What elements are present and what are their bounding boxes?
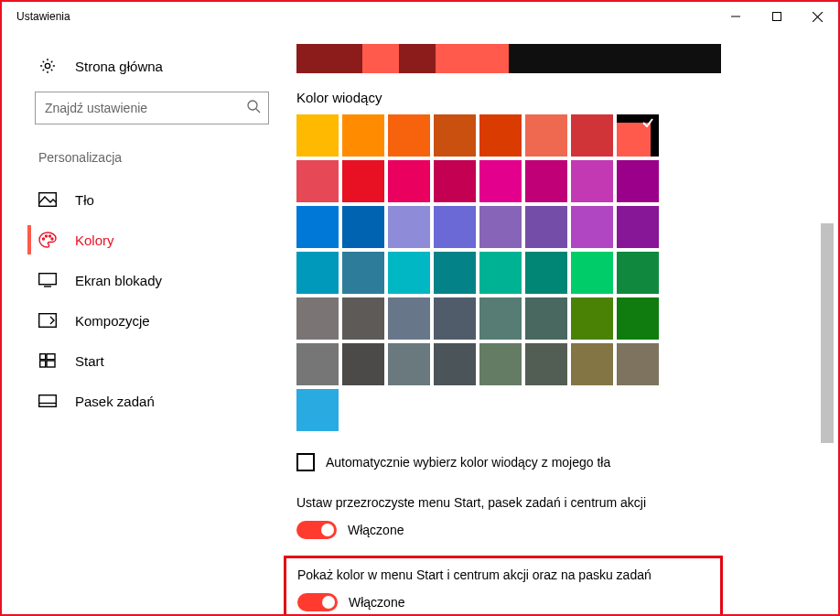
color-swatch[interactable]: [434, 297, 476, 340]
sidebar-item-start[interactable]: Start: [2, 340, 295, 381]
svg-rect-16: [47, 354, 55, 360]
color-swatch[interactable]: [525, 343, 567, 385]
sidebar-item-colors[interactable]: Kolory: [2, 220, 295, 260]
color-swatch[interactable]: [388, 206, 430, 248]
color-swatch[interactable]: [617, 343, 659, 385]
transparency-state: Włączone: [348, 523, 404, 537]
color-swatch[interactable]: [525, 114, 567, 157]
sidebar-item-label: Kompozycje: [75, 313, 150, 329]
scrollbar[interactable]: [820, 68, 836, 609]
color-swatch[interactable]: [525, 297, 567, 340]
sidebar-item-label: Start: [75, 353, 104, 369]
show-color-label: Pokaż kolor w menu Start i centrum akcji…: [297, 567, 709, 582]
themes-icon: [38, 313, 57, 328]
content: Kolor wiodący Automatycznie wybierz kolo…: [295, 31, 838, 614]
preview-segment: [509, 44, 721, 73]
color-swatch[interactable]: [479, 160, 522, 202]
checkbox-icon[interactable]: [296, 453, 315, 471]
color-swatch[interactable]: [571, 297, 613, 340]
color-swatch[interactable]: [525, 160, 567, 202]
transparency-toggle[interactable]: [296, 521, 337, 539]
auto-pick-row[interactable]: Automatycznie wybierz kolor wiodący z mo…: [296, 453, 802, 471]
color-swatch[interactable]: [388, 114, 430, 157]
color-swatch[interactable]: [388, 343, 430, 385]
color-swatch[interactable]: [296, 206, 339, 248]
color-swatch[interactable]: [479, 343, 522, 385]
home-link[interactable]: Strona główna: [2, 57, 295, 92]
svg-line-6: [256, 109, 260, 113]
transparency-label: Ustaw przezroczyste menu Start, pasek za…: [296, 495, 802, 510]
color-swatch[interactable]: [479, 206, 522, 248]
color-swatch[interactable]: [525, 206, 567, 248]
search-box[interactable]: [35, 92, 269, 124]
color-swatch[interactable]: [617, 206, 659, 248]
sidebar-item-lockscreen[interactable]: Ekran blokady: [2, 260, 295, 300]
scrollbar-thumb[interactable]: [821, 223, 834, 443]
color-swatch[interactable]: [342, 343, 384, 385]
color-swatch[interactable]: [296, 160, 339, 202]
show-color-toggle[interactable]: [297, 593, 338, 611]
color-swatch[interactable]: [342, 206, 384, 248]
color-swatch[interactable]: [571, 252, 613, 294]
color-swatch[interactable]: [479, 114, 522, 157]
color-swatch[interactable]: [525, 252, 567, 294]
color-swatch[interactable]: [479, 252, 522, 294]
color-swatch[interactable]: [296, 114, 339, 157]
color-swatch[interactable]: [388, 160, 430, 202]
color-swatch[interactable]: [342, 252, 384, 294]
color-swatch[interactable]: [617, 114, 659, 157]
sidebar-nav: Tło Kolory Ekran blokady: [2, 179, 295, 421]
sidebar-item-background[interactable]: Tło: [2, 179, 295, 220]
color-swatch[interactable]: [571, 114, 613, 157]
palette-icon: [38, 232, 57, 247]
color-swatch[interactable]: [296, 297, 339, 340]
color-swatch[interactable]: [571, 206, 613, 248]
color-swatch[interactable]: [342, 160, 384, 202]
color-swatch[interactable]: [617, 252, 659, 294]
color-swatch[interactable]: [571, 343, 613, 385]
svg-point-9: [46, 235, 48, 237]
preview-segment: [362, 44, 399, 73]
settings-window: Ustawienia Strona główna: [0, 0, 840, 616]
color-swatch[interactable]: [388, 252, 430, 294]
svg-rect-12: [39, 274, 57, 285]
color-swatch[interactable]: [617, 160, 659, 202]
color-swatch[interactable]: [434, 252, 476, 294]
color-swatch[interactable]: [434, 343, 476, 385]
preview-segment: [296, 44, 362, 73]
window-controls: [715, 2, 838, 31]
color-swatch[interactable]: [296, 252, 339, 294]
color-swatch[interactable]: [296, 389, 339, 431]
color-swatch[interactable]: [342, 297, 384, 340]
sidebar-item-themes[interactable]: Kompozycje: [2, 300, 295, 340]
preview-segment: [436, 44, 509, 73]
color-swatch[interactable]: [479, 297, 522, 340]
minimize-button[interactable]: [715, 2, 756, 31]
sidebar-item-taskbar[interactable]: Pasek zadań: [2, 381, 295, 421]
palette-title: Kolor wiodący: [296, 90, 802, 105]
color-swatch[interactable]: [388, 297, 430, 340]
extra-palette-row: [296, 389, 802, 431]
svg-point-10: [49, 235, 51, 237]
color-swatch[interactable]: [434, 114, 476, 157]
close-button[interactable]: [797, 2, 838, 31]
maximize-button[interactable]: [756, 2, 797, 31]
transparency-setting: Ustaw przezroczyste menu Start, pasek za…: [296, 495, 802, 539]
preview-segment: [399, 44, 436, 73]
color-palette: [296, 114, 802, 385]
color-swatch[interactable]: [434, 160, 476, 202]
show-color-setting: Pokaż kolor w menu Start i centrum akcji…: [297, 567, 709, 611]
window-title: Ustawienia: [16, 10, 70, 23]
check-icon: [641, 116, 654, 129]
color-swatch[interactable]: [571, 160, 613, 202]
color-swatch[interactable]: [342, 114, 384, 157]
color-swatch[interactable]: [296, 343, 339, 385]
color-swatch[interactable]: [434, 206, 476, 248]
auto-pick-label: Automatycznie wybierz kolor wiodący z mo…: [326, 455, 610, 470]
svg-rect-18: [47, 361, 55, 367]
search-input[interactable]: [45, 101, 246, 115]
sidebar: Strona główna Personalizacja: [2, 31, 295, 614]
start-icon: [38, 353, 57, 368]
svg-point-8: [43, 238, 45, 240]
color-swatch[interactable]: [617, 297, 659, 340]
